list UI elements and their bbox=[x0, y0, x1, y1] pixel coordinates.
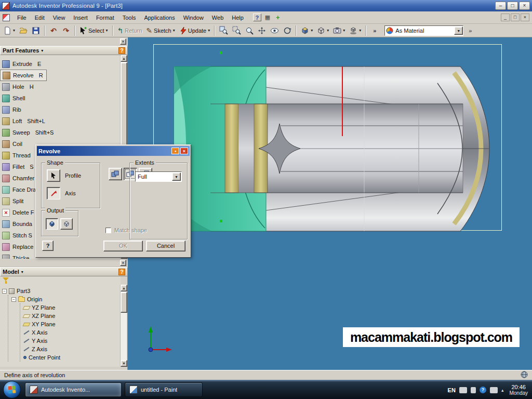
part-features-help-button[interactable]: ? bbox=[118, 47, 125, 54]
filter-funnel-icon[interactable] bbox=[3, 277, 7, 284]
tree-node-xy-plane[interactable]: XY Plane bbox=[23, 320, 121, 328]
zoom-button[interactable] bbox=[244, 25, 255, 36]
cancel-button[interactable]: Cancel bbox=[146, 241, 185, 251]
model-panel-header[interactable]: Model ▾ ? bbox=[0, 267, 128, 276]
mdi-close-button[interactable]: × bbox=[521, 14, 529, 21]
zoom-all-button[interactable] bbox=[218, 25, 230, 36]
menu-window[interactable]: Window bbox=[179, 13, 208, 22]
operation-join-button[interactable] bbox=[109, 168, 122, 180]
panel-item-loft[interactable]: LoftShift+L bbox=[0, 115, 48, 127]
sketch-button[interactable]: ✎ Sketch▾ bbox=[144, 25, 176, 36]
menu-format[interactable]: Format bbox=[92, 13, 118, 22]
extents-combo[interactable]: Full ▾ bbox=[135, 171, 182, 182]
panel-item-rib[interactable]: Rib bbox=[0, 104, 24, 115]
output-solid-button[interactable] bbox=[46, 218, 58, 230]
tree-node-yz-plane[interactable]: YZ Plane bbox=[23, 303, 121, 312]
panel-item-revolve[interactable]: RevolveR bbox=[0, 70, 47, 81]
return-button[interactable]: ↰ Return bbox=[116, 25, 144, 36]
mdi-restore-button[interactable]: □ bbox=[511, 14, 520, 21]
part-features-close-button[interactable]: × bbox=[120, 38, 126, 45]
taskbar-clock[interactable]: 20:46 Monday bbox=[507, 384, 528, 396]
panel-item-delete-face[interactable]: ×Delete F bbox=[0, 207, 37, 218]
menu-view[interactable]: View bbox=[49, 13, 70, 22]
toolbar-overflow-chevron[interactable]: » bbox=[464, 25, 476, 36]
part-features-header[interactable]: Part Features ▾ ? bbox=[0, 46, 128, 55]
model-panel-help-button[interactable]: ? bbox=[118, 269, 125, 275]
tree-node-origin[interactable]: − Origin bbox=[11, 295, 121, 303]
help-tray-icon[interactable]: ? bbox=[480, 387, 486, 393]
dialog-pin-button[interactable]: ▪ bbox=[171, 148, 179, 154]
tree-collapse-toggle[interactable]: − bbox=[2, 289, 7, 294]
panel-item-hole[interactable]: HoleH bbox=[0, 81, 37, 92]
close-button[interactable]: × bbox=[519, 2, 530, 10]
menu-tools[interactable]: Tools bbox=[118, 13, 140, 22]
wireframe-display-button[interactable]: ▾ bbox=[315, 25, 330, 36]
axis-select-button[interactable] bbox=[47, 187, 60, 200]
tree-node-z-axis[interactable]: Z Axis bbox=[23, 345, 121, 353]
menu-web[interactable]: Web bbox=[208, 13, 228, 22]
menu-edit[interactable]: Edit bbox=[31, 13, 49, 22]
look-at-button[interactable] bbox=[269, 25, 281, 36]
menu-applications[interactable]: Applications bbox=[140, 13, 179, 22]
mdi-minimize-button[interactable]: _ bbox=[501, 14, 510, 21]
open-button[interactable] bbox=[18, 25, 29, 36]
panel-item-fillet[interactable]: FilletS bbox=[0, 161, 37, 172]
tree-collapse-toggle[interactable]: − bbox=[11, 297, 16, 302]
rotate-button[interactable] bbox=[282, 25, 293, 36]
menu-insert[interactable]: Insert bbox=[69, 13, 92, 22]
panel-item-face-draft[interactable]: Face Dra bbox=[0, 184, 39, 195]
material-combo-dropdown[interactable]: ▾ bbox=[454, 26, 463, 35]
camera-view-button[interactable]: ▾ bbox=[331, 25, 347, 36]
model-panel-close-button[interactable]: × bbox=[120, 260, 126, 266]
panel-item-replace[interactable]: Replace bbox=[0, 241, 36, 252]
redo-button[interactable]: ↷ bbox=[60, 25, 72, 36]
maximize-button[interactable]: □ bbox=[507, 2, 518, 10]
minimize-button[interactable]: – bbox=[495, 2, 506, 10]
panel-item-stitch[interactable]: Stitch S bbox=[0, 230, 35, 241]
taskbar-button-paint[interactable]: untitled - Paint bbox=[125, 382, 203, 397]
scroll-down-arrow[interactable]: ▼ bbox=[121, 360, 127, 367]
tree-node-part3[interactable]: − Part3 bbox=[2, 287, 121, 295]
model-tree-scrollbar[interactable]: ▲ ▼ bbox=[120, 285, 127, 367]
select-tool-button[interactable]: Select▾ bbox=[78, 25, 110, 36]
new-file-button[interactable]: ▾ bbox=[2, 25, 17, 36]
tree-node-xz-plane[interactable]: XZ Plane bbox=[23, 312, 121, 320]
ok-button[interactable]: OK bbox=[103, 241, 143, 251]
panel-item-coil[interactable]: Coil bbox=[0, 138, 25, 150]
panel-item-thread[interactable]: Thread bbox=[0, 150, 34, 161]
tree-node-center-point[interactable]: Center Point bbox=[23, 353, 121, 362]
shadow-display-button[interactable]: ▾ bbox=[348, 25, 363, 36]
volume-tray-icon[interactable] bbox=[471, 387, 476, 393]
scroll-thumb[interactable] bbox=[121, 292, 127, 313]
zoom-window-button[interactable] bbox=[231, 25, 243, 36]
panel-item-chamfer[interactable]: Chamfer bbox=[0, 172, 37, 184]
undo-button[interactable]: ↶ bbox=[48, 25, 59, 36]
help-topics-icon[interactable]: ? bbox=[253, 14, 261, 21]
input-language-indicator[interactable]: EN bbox=[448, 387, 456, 393]
show-hidden-icons-button[interactable]: ▴ bbox=[501, 388, 504, 393]
grid-icon[interactable]: ▦ bbox=[263, 14, 272, 21]
toolbar-expand-chevron[interactable]: » bbox=[369, 25, 380, 36]
panel-item-extrude[interactable]: ExtrudeE bbox=[0, 58, 44, 70]
panel-item-sweep[interactable]: SweepShift+S bbox=[0, 127, 57, 138]
panel-item-shell[interactable]: Shell bbox=[0, 92, 28, 104]
menu-file[interactable]: File bbox=[13, 13, 31, 22]
chevron-down-icon[interactable]: ▾ bbox=[41, 48, 43, 53]
panel-item-boundary[interactable]: Bounda bbox=[0, 218, 35, 230]
taskbar-button-inventor[interactable]: Autodesk Invento... bbox=[25, 382, 122, 397]
material-combo[interactable]: As Material ▾ bbox=[384, 25, 463, 36]
start-button[interactable] bbox=[3, 381, 21, 398]
tree-node-x-axis[interactable]: X Axis bbox=[23, 328, 121, 337]
menu-help[interactable]: Help bbox=[228, 13, 248, 22]
update-button[interactable]: Update▾ bbox=[178, 25, 212, 36]
tree-node-y-axis[interactable]: Y Axis bbox=[23, 337, 121, 345]
output-surface-button[interactable] bbox=[60, 218, 73, 230]
checkbox-box[interactable] bbox=[105, 228, 111, 233]
shaded-display-button[interactable]: ▾ bbox=[299, 25, 314, 36]
display-tray-icon[interactable] bbox=[490, 387, 498, 393]
chevron-down-icon[interactable]: ▾ bbox=[21, 270, 23, 274]
scroll-up-arrow[interactable]: ▲ bbox=[121, 55, 127, 62]
panel-item-split[interactable]: Split bbox=[0, 195, 26, 207]
pan-button[interactable] bbox=[256, 25, 268, 36]
add-icon[interactable]: + bbox=[274, 14, 282, 21]
